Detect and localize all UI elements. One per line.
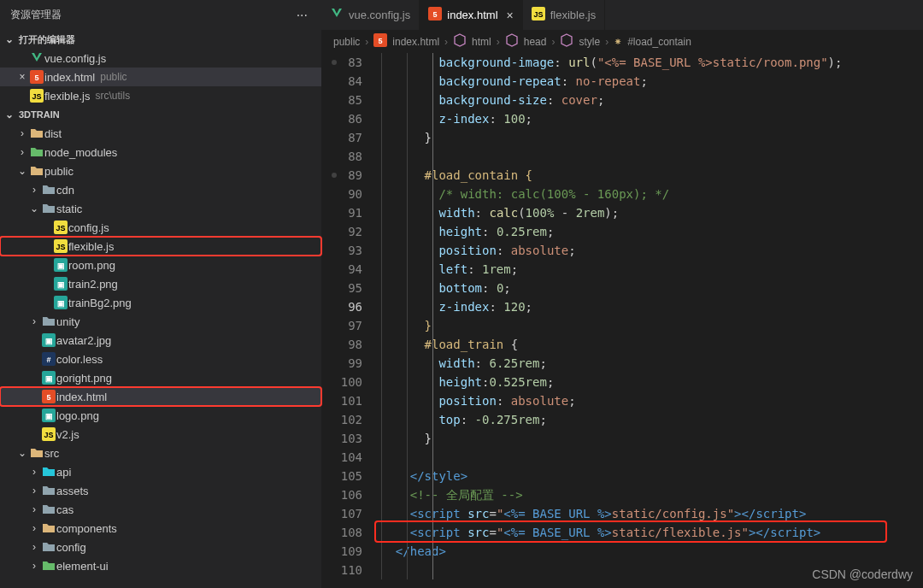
more-icon[interactable]: ···	[293, 8, 311, 23]
tree-item-index.html[interactable]: 5index.html	[0, 387, 321, 406]
tree-label: avatar2.jpg	[56, 334, 111, 347]
tree-item-components[interactable]: ›components	[0, 519, 321, 538]
folder-o-icon	[29, 446, 44, 460]
chevron-icon: ›	[27, 466, 41, 478]
svg-text:▣: ▣	[45, 374, 53, 383]
img-icon: ▣	[53, 296, 68, 309]
tree-item-trainBg2.png[interactable]: ▣trainBg2.png	[0, 293, 321, 312]
chevron-icon: ›	[27, 560, 41, 572]
code-area[interactable]: background-image: url("<%= BASE_URL %>st…	[381, 53, 923, 588]
less-icon: #	[41, 352, 56, 366]
svg-text:JS: JS	[56, 224, 65, 232]
tree-item-dist[interactable]: ›dist	[0, 124, 321, 143]
tree-item-config[interactable]: ›config	[0, 538, 321, 556]
file-label: flexible.js	[44, 90, 90, 103]
tree-item-flexible.js[interactable]: JSflexible.js	[0, 237, 321, 256]
svg-text:JS: JS	[44, 431, 53, 439]
tree-label: unity	[56, 315, 79, 328]
svg-text:▣: ▣	[45, 412, 53, 420]
svg-text:5: 5	[46, 393, 50, 402]
tree-label: cas	[56, 503, 73, 516]
open-editor-item[interactable]: JSflexible.jssrc\utils	[0, 86, 321, 105]
tree-item-goright.png[interactable]: ▣goright.png	[0, 368, 321, 387]
svg-text:5: 5	[379, 37, 383, 45]
close-icon[interactable]: ×	[15, 71, 29, 83]
svg-text:▣: ▣	[45, 337, 53, 345]
editor-tab-index.html[interactable]: 5index.html×	[420, 0, 522, 30]
tree-label: element-ui	[56, 560, 109, 573]
tree-label: public	[44, 165, 73, 178]
tab-label: index.html	[447, 9, 497, 21]
tree-item-api[interactable]: ›api	[0, 462, 321, 481]
svg-text:JS: JS	[56, 243, 65, 251]
img-icon: ▣	[53, 258, 68, 272]
folder-g-icon	[29, 145, 44, 159]
breadcrumb-item[interactable]: style	[579, 36, 600, 48]
tree-label: assets	[56, 485, 89, 497]
breadcrumb-item[interactable]: head	[524, 36, 547, 48]
tree-item-room.png[interactable]: ▣room.png	[0, 256, 321, 274]
js-icon: JS	[53, 220, 68, 234]
open-editor-item[interactable]: vue.config.js	[0, 49, 321, 68]
img-icon: ▣	[41, 333, 56, 347]
breadcrumb-item[interactable]: #load_contain	[627, 36, 691, 48]
tree-item-element-ui[interactable]: ›element-ui	[0, 556, 321, 575]
folder-y-icon	[29, 126, 44, 140]
tree-item-config.js[interactable]: JSconfig.js	[0, 218, 321, 237]
folder-icon	[41, 540, 56, 554]
editor-tab-flexible.js[interactable]: JSflexible.js	[523, 0, 605, 30]
file-label: index.html	[44, 71, 95, 84]
editor-tabs: vue.config.js5index.html×JSflexible.js	[321, 0, 923, 30]
chevron-icon: ›	[15, 127, 29, 139]
tree-item-unity[interactable]: ›unity	[0, 312, 321, 331]
breadcrumbs[interactable]: public›5index.html›html›head›style›⁕#loa…	[321, 30, 923, 53]
tree-item-logo.png[interactable]: ▣logo.png	[0, 406, 321, 425]
chevron-icon: ⌄	[15, 165, 29, 177]
html-icon: 5	[29, 70, 44, 84]
file-label: vue.config.js	[44, 52, 106, 65]
tree-item-avatar2.jpg[interactable]: ▣avatar2.jpg	[0, 331, 321, 350]
tree-item-cdn[interactable]: ›cdn	[0, 180, 321, 199]
hash-icon: ⁕	[614, 36, 622, 48]
chevron-down-icon: ⌄	[5, 109, 14, 121]
tree-item-assets[interactable]: ›assets	[0, 481, 321, 500]
file-path: public	[100, 71, 126, 83]
html-icon: 5	[428, 7, 442, 23]
tree-item-node_modules[interactable]: ›node_modules	[0, 143, 321, 162]
tree-label: static	[56, 203, 82, 215]
html-icon: 5	[41, 390, 56, 403]
html-icon: 5	[373, 33, 387, 50]
tree-item-cas[interactable]: ›cas	[0, 500, 321, 519]
tree-item-train2.png[interactable]: ▣train2.png	[0, 274, 321, 293]
vue-icon	[330, 7, 344, 23]
tree-label: flexible.js	[68, 240, 114, 253]
breadcrumb-item[interactable]: public	[333, 36, 360, 48]
tree-label: v2.js	[56, 428, 79, 441]
editor-tab-vue.config.js[interactable]: vue.config.js	[321, 0, 420, 30]
tree-label: src	[44, 447, 59, 460]
svg-text:▣: ▣	[57, 280, 65, 289]
open-editors-section[interactable]: ⌄ 打开的编辑器	[0, 30, 321, 49]
project-section[interactable]: ⌄ 3DTRAIN	[0, 105, 321, 124]
open-editors-label: 打开的编辑器	[19, 33, 75, 46]
open-editor-item[interactable]: ×5index.htmlpublic	[0, 68, 321, 86]
js-icon: JS	[41, 427, 56, 441]
cube-icon	[453, 33, 467, 50]
tree-item-color.less[interactable]: #color.less	[0, 350, 321, 368]
folder-icon	[41, 315, 56, 328]
svg-text:5: 5	[34, 74, 38, 82]
breadcrumb-item[interactable]: index.html	[392, 36, 439, 48]
img-icon: ▣	[41, 409, 56, 422]
tree-item-v2.js[interactable]: JSv2.js	[0, 425, 321, 444]
folder-icon	[41, 202, 56, 215]
breadcrumb-item[interactable]: html	[472, 36, 491, 48]
chevron-icon: ›	[27, 184, 41, 196]
tree-label: dist	[44, 127, 62, 140]
close-icon[interactable]: ×	[507, 9, 514, 22]
chevron-icon: ›	[27, 315, 41, 327]
tree-item-public[interactable]: ⌄public	[0, 162, 321, 180]
tree-item-src[interactable]: ⌄src	[0, 444, 321, 462]
cube-icon	[560, 33, 573, 50]
tree-item-static[interactable]: ⌄static	[0, 199, 321, 218]
code-editor[interactable]: 8384858687888990919293949596979899100101…	[321, 53, 923, 588]
